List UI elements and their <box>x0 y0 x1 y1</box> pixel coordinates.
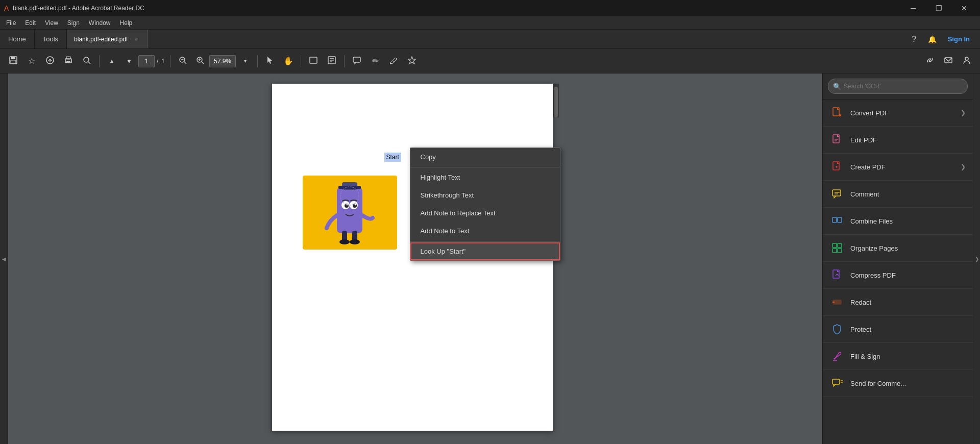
zoom-out-small-button[interactable] <box>79 53 95 69</box>
stamp-button[interactable] <box>404 53 420 69</box>
current-page-input[interactable]: 1 <box>138 55 155 67</box>
tool-combine-files[interactable]: Combine Files <box>823 208 973 235</box>
convert-pdf-label: Convert PDF <box>850 109 954 117</box>
view-mode-button[interactable] <box>305 53 322 69</box>
pdf-scrollbar[interactable] <box>553 84 559 117</box>
highlight-icon: 🖊 <box>389 57 398 66</box>
context-menu-sep-2 <box>410 241 560 241</box>
compress-pdf-label: Compress PDF <box>850 272 966 279</box>
save-icon <box>9 56 18 67</box>
tool-convert-pdf[interactable]: Convert PDF ❯ <box>823 100 973 127</box>
fill-sign-label: Fill & Sign <box>850 353 966 360</box>
zoom-out-icon <box>178 56 187 67</box>
magnify-icon <box>82 56 91 67</box>
context-menu-highlight[interactable]: Highlight Text <box>410 168 560 186</box>
tool-organize-pages[interactable]: Organize Pages <box>823 235 973 262</box>
svg-rect-29 <box>338 186 361 189</box>
svg-rect-18 <box>310 57 317 63</box>
menu-help[interactable]: Help <box>116 18 137 28</box>
left-panel-collapse[interactable]: ◀ <box>0 73 8 444</box>
upload-button[interactable] <box>42 53 58 69</box>
organize-pages-label: Organize Pages <box>850 244 966 252</box>
context-menu-note-text[interactable]: Add Note to Text <box>410 222 560 240</box>
link-button[interactable] <box>922 53 938 69</box>
svg-point-26 <box>965 57 968 60</box>
highlight-button[interactable]: 🖊 <box>385 53 402 69</box>
comment-button[interactable] <box>349 53 365 69</box>
tool-fill-sign[interactable]: Fill & Sign <box>823 343 973 370</box>
copy-label: Copy <box>421 153 436 161</box>
pdf-page: Start <box>272 84 553 431</box>
hand-tool-button[interactable]: ✋ <box>280 53 297 69</box>
toolbar: ☆ ▲ ▼ 1 / 1 <box>0 49 980 73</box>
menu-window[interactable]: Window <box>85 18 115 28</box>
zoom-value-input[interactable] <box>209 55 236 67</box>
tab-active-label: blank.pdf-edited.pdf <box>74 36 128 43</box>
tools-search-input[interactable] <box>828 79 968 94</box>
convert-pdf-icon <box>830 106 844 120</box>
pdf-image-pencil <box>303 176 397 250</box>
close-button[interactable]: ✕ <box>952 0 976 16</box>
mail-button[interactable] <box>940 53 957 69</box>
page-down-button[interactable]: ▼ <box>121 53 137 69</box>
zoom-dropdown-icon: ▾ <box>244 58 247 64</box>
tool-protect[interactable]: Protect <box>823 316 973 343</box>
bookmark-button[interactable]: ☆ <box>23 53 40 69</box>
svg-line-9 <box>88 62 90 64</box>
menu-edit[interactable]: Edit <box>21 18 40 28</box>
tab-close-button[interactable]: × <box>132 35 140 43</box>
tool-create-pdf[interactable]: Create PDF ❯ <box>823 154 973 181</box>
tool-edit-pdf[interactable]: Edit PDF <box>823 127 973 154</box>
lookup-label: Look Up "Start" <box>421 248 466 255</box>
menu-file[interactable]: File <box>2 18 20 28</box>
tool-comment[interactable]: Comment <box>823 181 973 208</box>
strikethrough-label: Strikethrough Text <box>421 191 474 199</box>
tools-list: Convert PDF ❯ Edit PDF Create PDF ❯ <box>823 100 973 444</box>
print-button[interactable] <box>60 53 77 69</box>
help-icon[interactable]: ? <box>907 32 921 46</box>
right-panel-collapse[interactable]: ❯ <box>973 73 980 444</box>
tool-send-comment[interactable]: Send for Comme... <box>823 370 973 397</box>
type-icon <box>327 56 336 67</box>
svg-line-11 <box>184 62 186 64</box>
restore-button[interactable]: ❐ <box>927 0 950 16</box>
menu-sign[interactable]: Sign <box>63 18 84 28</box>
print-icon <box>64 56 73 67</box>
pen-button[interactable]: ✏ <box>367 53 383 69</box>
context-menu-strikethrough[interactable]: Strikethrough Text <box>410 186 560 204</box>
save-button[interactable] <box>5 53 21 69</box>
minimize-button[interactable]: ─ <box>901 0 925 16</box>
mail-icon <box>944 56 953 67</box>
combine-files-label: Combine Files <box>850 217 966 225</box>
svg-rect-56 <box>838 243 842 248</box>
scrollbar-thumb[interactable] <box>554 87 558 117</box>
bell-icon[interactable]: 🔔 <box>925 32 940 46</box>
redact-label: Redact <box>850 299 966 306</box>
tool-redact[interactable]: Redact <box>823 289 973 316</box>
select-tool-button[interactable] <box>262 53 278 69</box>
sign-in-button[interactable]: Sign In <box>944 33 974 45</box>
selected-text: Start <box>384 153 401 162</box>
toolbar-sep-4 <box>301 55 301 67</box>
svg-marker-17 <box>267 57 272 64</box>
menu-view[interactable]: View <box>41 18 62 28</box>
stamp-icon <box>407 56 416 67</box>
note-replace-label: Add Note to Replace Text <box>421 209 496 217</box>
svg-point-39 <box>350 239 360 244</box>
type-tool-button[interactable] <box>324 53 340 69</box>
context-menu-copy[interactable]: Copy <box>410 148 560 166</box>
zoom-dropdown-button[interactable]: ▾ <box>237 53 253 69</box>
view-mode-icon <box>309 56 318 67</box>
link-icon <box>925 56 935 67</box>
page-up-button[interactable]: ▲ <box>104 53 120 69</box>
tab-home[interactable]: Home <box>0 30 35 48</box>
title-bar-left: A blank.pdf-edited.pdf - Adobe Acrobat R… <box>4 4 144 12</box>
context-menu-note-replace[interactable]: Add Note to Replace Text <box>410 204 560 222</box>
organize-pages-icon <box>830 241 844 255</box>
context-menu-lookup[interactable]: Look Up "Start" <box>410 242 560 260</box>
tool-compress-pdf[interactable]: Compress PDF <box>823 262 973 289</box>
tab-tools[interactable]: Tools <box>35 30 67 48</box>
account-button[interactable] <box>959 53 975 69</box>
zoom-out-button[interactable] <box>175 53 191 69</box>
zoom-in-button[interactable] <box>192 53 208 69</box>
